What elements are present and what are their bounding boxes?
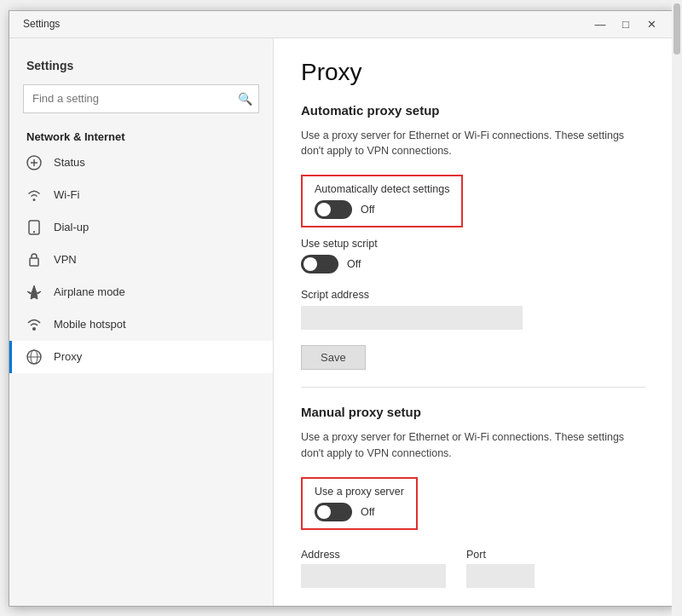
proxy-icon — [26, 349, 42, 365]
auto-detect-toggle-row: Off — [315, 200, 449, 219]
svg-rect-5 — [30, 258, 38, 266]
sidebar: Settings 🔍 Network & Internet Status — [9, 38, 274, 606]
search-box: 🔍 — [23, 84, 259, 113]
sidebar-label-dialup: Dial-up — [54, 221, 89, 233]
sidebar-item-proxy[interactable]: Proxy — [9, 341, 273, 373]
vpn-icon — [26, 252, 42, 268]
script-address-group: Script address — [301, 289, 645, 330]
auto-section-desc: Use a proxy server for Ethernet or Wi-Fi… — [301, 128, 645, 160]
window-controls: — □ ✕ — [589, 15, 662, 32]
minimize-button[interactable]: — — [589, 15, 611, 32]
auto-section-title: Automatic proxy setup — [301, 103, 645, 118]
use-proxy-label: Use a proxy server — [315, 486, 404, 498]
main-content: Proxy Automatic proxy setup Use a proxy … — [274, 38, 673, 606]
use-proxy-knob — [317, 505, 331, 519]
port-label: Port — [466, 549, 535, 561]
sidebar-item-status[interactable]: Status — [9, 147, 273, 179]
use-proxy-value: Off — [361, 506, 374, 518]
auto-proxy-section: Automatic proxy setup Use a proxy server… — [301, 103, 645, 371]
sidebar-item-airplane[interactable]: Airplane mode — [9, 276, 273, 308]
script-address-label: Script address — [301, 289, 645, 301]
settings-window: Settings — □ ✕ Settings 🔍 Network & Inte… — [9, 10, 673, 607]
address-input[interactable] — [301, 564, 446, 588]
sidebar-header: Settings — [9, 38, 273, 81]
sidebar-label-airplane: Airplane mode — [54, 285, 125, 298]
sidebar-label-hotspot: Mobile hotspot — [54, 318, 126, 331]
setup-script-knob — [303, 257, 317, 271]
setup-script-label: Use setup script — [301, 238, 645, 250]
hotspot-icon — [26, 317, 42, 332]
page-title: Proxy — [301, 59, 645, 86]
title-bar: Settings — □ ✕ — [9, 11, 673, 38]
search-input[interactable] — [23, 84, 259, 113]
maximize-button[interactable]: □ — [615, 15, 637, 32]
content-area: Settings 🔍 Network & Internet Status — [9, 38, 673, 606]
address-group: Address — [301, 549, 446, 588]
sidebar-label-vpn: VPN — [54, 253, 77, 266]
use-proxy-highlight: Use a proxy server Off — [301, 477, 418, 530]
use-proxy-toggle[interactable] — [315, 503, 352, 521]
sidebar-item-hotspot[interactable]: Mobile hotspot — [9, 308, 273, 341]
setup-script-toggle[interactable] — [301, 255, 338, 273]
port-group: Port — [466, 549, 535, 588]
status-icon — [26, 155, 42, 170]
search-icon: 🔍 — [238, 92, 252, 106]
auto-detect-toggle[interactable] — [315, 200, 352, 219]
script-address-input[interactable] — [301, 306, 523, 330]
use-proxy-toggle-row: Off — [315, 503, 404, 521]
manual-section-desc: Use a proxy server for Ethernet or Wi-Fi… — [301, 429, 645, 462]
save-button[interactable]: Save — [301, 345, 366, 370]
address-label: Address — [301, 549, 446, 561]
setup-script-group: Use setup script Off — [301, 238, 645, 273]
setup-script-toggle-row: Off — [301, 255, 645, 273]
wifi-icon — [26, 187, 42, 203]
auto-detect-label: Automatically detect settings — [315, 183, 449, 195]
sidebar-item-vpn[interactable]: VPN — [9, 244, 273, 276]
window-title: Settings — [23, 18, 60, 30]
manual-proxy-section: Manual proxy setup Use a proxy server fo… — [301, 405, 645, 588]
sidebar-label-status: Status — [54, 156, 85, 169]
auto-detect-knob — [317, 203, 331, 216]
setup-script-value: Off — [347, 258, 361, 270]
sidebar-item-dialup[interactable]: Dial-up — [9, 211, 273, 244]
dialup-icon — [26, 220, 42, 235]
address-port-row: Address Port — [301, 549, 645, 588]
close-button[interactable]: ✕ — [640, 15, 662, 32]
sidebar-label-proxy: Proxy — [54, 350, 82, 363]
scrollbar-track[interactable] — [672, 38, 673, 606]
sidebar-item-wifi[interactable]: Wi-Fi — [9, 179, 273, 211]
sidebar-section-label: Network & Internet — [9, 124, 273, 147]
auto-detect-highlight: Automatically detect settings Off — [301, 175, 463, 227]
airplane-icon — [26, 285, 42, 300]
section-divider — [301, 387, 645, 388]
auto-detect-value: Off — [361, 204, 374, 216]
sidebar-label-wifi: Wi-Fi — [54, 188, 79, 201]
port-input[interactable] — [466, 564, 535, 588]
manual-section-title: Manual proxy setup — [301, 405, 645, 419]
svg-point-6 — [32, 327, 36, 331]
